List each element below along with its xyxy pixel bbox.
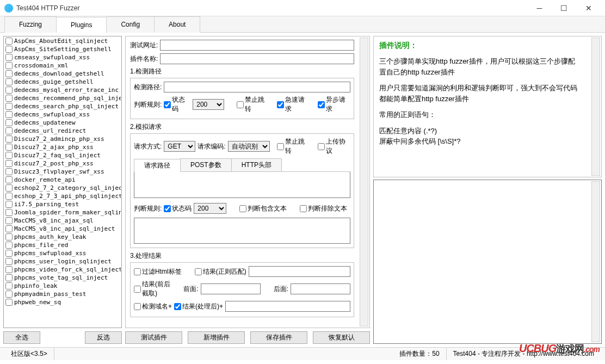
- result-after-check[interactable]: [174, 303, 181, 310]
- plugin-checkbox[interactable]: [5, 168, 13, 175]
- invert-select-button[interactable]: 反选: [85, 331, 122, 344]
- tab-config[interactable]: Config: [107, 16, 155, 33]
- detect-domain-check[interactable]: [134, 303, 141, 310]
- plugin-checkbox[interactable]: [5, 299, 13, 306]
- plugin-item[interactable]: phpmyadmin_pass_test: [4, 290, 121, 298]
- plugin-item[interactable]: cmseasy_swfupload_xss: [4, 53, 121, 61]
- plugin-item[interactable]: phpcms_vote_tag_sql_inject: [4, 274, 121, 282]
- plugin-item[interactable]: AspCms_AboutEdit_sqlinject: [4, 37, 121, 45]
- plugin-item[interactable]: phpcms_auth_key_leak: [4, 233, 121, 241]
- no-redirect-check2[interactable]: [277, 143, 284, 150]
- plugin-item[interactable]: dedecms_updatenew: [4, 119, 121, 127]
- plugin-item[interactable]: dedecms_guige_getshell: [4, 78, 121, 86]
- fast-req-check[interactable]: [277, 101, 284, 108]
- plugin-checkbox[interactable]: [5, 250, 13, 257]
- judge-contains-check[interactable]: [239, 205, 246, 212]
- plugin-checkbox[interactable]: [5, 233, 13, 240]
- plugin-checkbox[interactable]: [5, 135, 13, 143]
- sub-tab-post-params[interactable]: POST参数: [180, 158, 232, 171]
- plugin-item[interactable]: AspCms_SiteSetting_getshell: [4, 45, 121, 53]
- plugin-checkbox[interactable]: [5, 70, 13, 77]
- plugin-checkbox[interactable]: [5, 144, 13, 151]
- plugin-list[interactable]: AspCms_AboutEdit_sqlinjectAspCms_SiteSet…: [3, 36, 122, 328]
- no-redirect-check1[interactable]: [237, 101, 244, 108]
- plugin-checkbox[interactable]: [5, 282, 13, 289]
- detect-path-input[interactable]: [164, 82, 350, 92]
- tab-about[interactable]: About: [155, 16, 200, 33]
- front-input[interactable]: [201, 283, 261, 294]
- plugin-item[interactable]: discuz7_2_post_php_xss: [4, 159, 121, 168]
- filter-html-check[interactable]: [134, 268, 141, 275]
- plugin-checkbox[interactable]: [5, 46, 13, 53]
- restore-default-button[interactable]: 恢复默认: [313, 331, 370, 344]
- plugin-checkbox[interactable]: [5, 291, 13, 298]
- tab-fuzzing[interactable]: Fuzzing: [4, 16, 57, 33]
- plugin-checkbox[interactable]: [5, 62, 13, 69]
- plugin-checkbox[interactable]: [5, 193, 13, 200]
- plugin-checkbox[interactable]: [5, 87, 13, 94]
- plugin-checkbox[interactable]: [5, 111, 13, 118]
- plugin-checkbox[interactable]: [5, 176, 13, 183]
- plugin-item[interactable]: Joomla_spider_form_maker_sqlin: [4, 208, 121, 217]
- plugin-checkbox[interactable]: [5, 160, 13, 167]
- plugin-item[interactable]: dedecms_swfupload_xss: [4, 110, 121, 119]
- plugin-item[interactable]: MacCMS_v8_inc_ajax_sql: [4, 217, 121, 225]
- status-code-select2[interactable]: 200: [194, 203, 226, 214]
- plugin-checkbox[interactable]: [5, 38, 13, 45]
- back-input[interactable]: [291, 283, 350, 294]
- plugin-item[interactable]: Disucz3_flvplayer_swf_xss: [4, 168, 121, 176]
- req-method-select[interactable]: GET: [164, 141, 195, 152]
- status-code-check[interactable]: [164, 101, 171, 108]
- plugin-item[interactable]: phpcms_swfupload_xss: [4, 249, 121, 257]
- plugin-item[interactable]: phpcms_user_login_sqlinject: [4, 257, 121, 266]
- plugin-item[interactable]: phpcms_file_red: [4, 241, 121, 249]
- plugin-checkbox[interactable]: [5, 201, 13, 208]
- new-plugin-button[interactable]: 新增插件: [188, 331, 245, 344]
- plugin-item[interactable]: Discuz7_2_admincp_php_xss: [4, 135, 121, 143]
- plugin-item[interactable]: dedecms_search_php_sql_inject: [4, 102, 121, 110]
- plugin-item[interactable]: dedecms_download_getshell: [4, 70, 121, 78]
- result-after-input[interactable]: [225, 301, 350, 312]
- status-code-check2[interactable]: [164, 205, 171, 212]
- plugin-checkbox[interactable]: [5, 127, 13, 134]
- select-all-button[interactable]: 全选: [3, 331, 40, 344]
- result-cut-check[interactable]: [134, 286, 141, 293]
- plugin-item[interactable]: phpinfo_leak: [4, 282, 121, 290]
- plugin-checkbox[interactable]: [5, 242, 13, 249]
- plugin-checkbox[interactable]: [5, 258, 13, 265]
- status-code-select[interactable]: 200: [193, 99, 224, 110]
- plugin-item[interactable]: phpweb_new_sq: [4, 298, 121, 306]
- req-encoding-select[interactable]: 自动识别: [228, 141, 270, 152]
- plugin-item[interactable]: dedecms_mysql_error_trace_inc: [4, 86, 121, 94]
- save-plugin-button[interactable]: 保存插件: [250, 331, 307, 344]
- result-regex-check[interactable]: [195, 268, 202, 275]
- plugin-item[interactable]: Discuz7_2_ajax_php_xss: [4, 143, 121, 151]
- plugin-checkbox[interactable]: [5, 152, 13, 159]
- plugin-item[interactable]: ecshop_2_7_3_api_php_sqlinject: [4, 192, 121, 200]
- plugin-item[interactable]: docker_remote_api: [4, 176, 121, 184]
- plugin-checkbox[interactable]: [5, 119, 13, 126]
- plugin-item[interactable]: ii7.5_parsing_test: [4, 200, 121, 208]
- plugin-checkbox[interactable]: [5, 266, 13, 273]
- plugin-item[interactable]: Discuz7_2_faq_sql_inject: [4, 151, 121, 159]
- plugin-item[interactable]: ecshop2_7_2_category_sql_injec: [4, 184, 121, 192]
- result-box[interactable]: [373, 180, 602, 344]
- plugin-checkbox[interactable]: [5, 184, 13, 192]
- plugin-item[interactable]: MacCMS_v8_inc_api_sql_inject: [4, 225, 121, 233]
- judge-exclude-check[interactable]: [300, 205, 307, 212]
- plugin-item[interactable]: phpcms_video_for_ck_sql_inject: [4, 266, 121, 274]
- plugin-checkbox[interactable]: [5, 209, 13, 216]
- async-req-check[interactable]: [318, 101, 325, 108]
- plugin-checkbox[interactable]: [5, 103, 13, 110]
- plugin-item[interactable]: dedecms_url_redirect: [4, 127, 121, 135]
- req-body-textarea[interactable]: [134, 172, 350, 198]
- result-regex-input[interactable]: [249, 266, 350, 277]
- tab-plugins[interactable]: Plugins: [57, 17, 107, 33]
- plugin-checkbox[interactable]: [5, 274, 13, 281]
- plugin-checkbox[interactable]: [5, 95, 13, 102]
- plugin-checkbox[interactable]: [5, 217, 13, 224]
- test-url-input[interactable]: [160, 40, 354, 51]
- test-plugin-button[interactable]: 测试插件: [125, 331, 182, 344]
- close-button[interactable]: ✕: [576, 1, 601, 16]
- upload-proto-check[interactable]: [318, 143, 325, 150]
